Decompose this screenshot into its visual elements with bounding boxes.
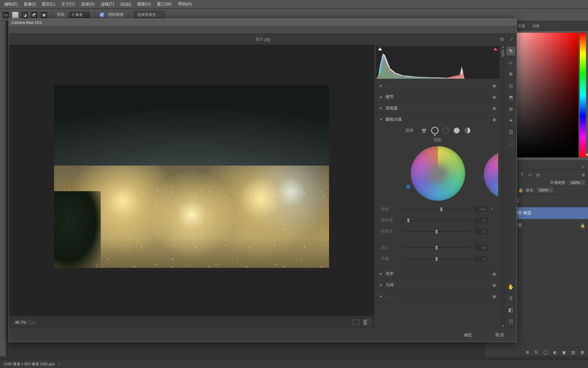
filter-smart-icon[interactable]: ◎: [535, 172, 541, 178]
hand-icon[interactable]: ✋: [506, 282, 515, 291]
menu-help[interactable]: 帮助(H): [175, 0, 195, 9]
menu-text[interactable]: 文字(Y): [59, 0, 78, 9]
group-icon[interactable]: ▣: [561, 350, 567, 355]
feather-input[interactable]: [69, 12, 90, 18]
menu-select[interactable]: 选择(S): [78, 0, 97, 9]
eye-icon[interactable]: ◉: [492, 117, 496, 122]
shadow-clip-icon[interactable]: [378, 47, 382, 50]
status-caret[interactable]: 〉: [58, 362, 62, 367]
slider-track[interactable]: [401, 259, 472, 259]
mask-icon[interactable]: ◯: [543, 350, 549, 355]
slider-track[interactable]: [401, 220, 472, 221]
panel-menu-icon[interactable]: ≡: [580, 164, 586, 169]
hue-slider[interactable]: [580, 33, 586, 157]
mode-highlights-icon[interactable]: [454, 127, 460, 134]
scroll-thumb[interactable]: [502, 49, 504, 57]
mode-three-way-icon[interactable]: [421, 127, 427, 134]
slider-value[interactable]: 0: [474, 256, 487, 262]
slider-value[interactable]: 0: [474, 229, 487, 234]
panel-truncated-bottom[interactable]: ▸……◉: [376, 291, 500, 302]
antialias-checkbox[interactable]: [100, 13, 104, 17]
mask-icon[interactable]: ◓: [506, 93, 515, 102]
zoom-selector[interactable]: 86.7%: [13, 319, 37, 325]
tab-adjust[interactable]: 调整: [529, 22, 542, 30]
snapshot-icon[interactable]: ✦: [506, 116, 515, 125]
panel-color-grading-header[interactable]: ▾ 颜色分级 ◉: [376, 114, 500, 125]
panel-geometry[interactable]: ▸几何◉: [376, 279, 500, 291]
toggle-icon[interactable]: ◧: [506, 306, 515, 315]
selmode-sub-icon[interactable]: ◩: [31, 12, 37, 18]
shadows-color-wheel[interactable]: [411, 146, 465, 201]
slider-thumb[interactable]: [436, 257, 438, 261]
wheel-value-dot[interactable]: [439, 170, 441, 172]
fullscreen-icon[interactable]: ⤢: [509, 37, 513, 42]
panel-truncated-top[interactable]: ▸……◉: [376, 80, 500, 91]
panel-mixer[interactable]: ▸混色器◉: [376, 103, 500, 114]
highlight-clip-icon[interactable]: [493, 47, 497, 50]
adjustment-icon[interactable]: ◐: [552, 350, 558, 355]
filter-shape-icon[interactable]: ▱: [527, 172, 533, 178]
slider-value[interactable]: 204: [474, 206, 487, 212]
more-icon[interactable]: ⋯: [506, 139, 515, 148]
redeye-icon[interactable]: ⊕: [506, 105, 515, 113]
filter-type-icon[interactable]: T: [519, 172, 525, 178]
confirm-button[interactable]: 确定: [459, 330, 477, 340]
slider-track[interactable]: [401, 231, 472, 232]
preset-icon[interactable]: ☰: [506, 128, 515, 137]
slider-thumb[interactable]: [436, 230, 438, 234]
acr-preview-canvas[interactable]: 86.7%: [9, 45, 374, 328]
slider-value[interactable]: 10: [474, 218, 487, 223]
luminance-handle[interactable]: [406, 184, 411, 189]
menu-filter[interactable]: 滤镜(T): [98, 0, 117, 9]
cancel-button[interactable]: 取消: [491, 330, 508, 340]
menu-view[interactable]: 视图(V): [134, 0, 153, 9]
mode-midtones-icon[interactable]: [443, 127, 449, 134]
slider-thumb[interactable]: [436, 246, 438, 250]
panel-optics[interactable]: ▸光学◉: [376, 268, 500, 279]
menu-edit[interactable]: 编辑(E): [1, 0, 20, 9]
acr-filename: 原片.jpg: [255, 36, 270, 42]
chevron-down-icon[interactable]: ▾: [490, 207, 495, 212]
slider-thumb[interactable]: [440, 207, 442, 211]
link-layers-icon[interactable]: ⊕: [524, 350, 530, 355]
view-single-icon[interactable]: [353, 320, 359, 325]
scroll-down-icon[interactable]: ▼: [501, 324, 505, 328]
scroll-up-icon[interactable]: ▲: [501, 45, 505, 49]
menu-layer[interactable]: 图层(L): [39, 0, 58, 9]
selmode-int-icon[interactable]: ▣: [41, 12, 47, 18]
menu-3d[interactable]: 3D(D): [117, 1, 134, 8]
menu-image[interactable]: 图像(I): [21, 0, 38, 9]
slider-thumb[interactable]: [407, 218, 409, 223]
zoom-icon[interactable]: ⚲: [506, 294, 515, 303]
acr-scrollbar[interactable]: ▲ ▼: [501, 45, 505, 328]
filter-toggle-icon[interactable]: ⊘: [580, 172, 586, 178]
options-icon[interactable]: ☷: [506, 317, 515, 326]
crop-icon[interactable]: ▱: [506, 58, 515, 67]
mode-global-icon[interactable]: [464, 127, 471, 134]
view-before-after-icon[interactable]: [363, 320, 370, 325]
trash-icon[interactable]: 🗑: [579, 350, 585, 355]
slider-track[interactable]: [401, 209, 472, 210]
lock-all-icon[interactable]: 🔒: [518, 187, 524, 193]
mode-shadows-icon[interactable]: [432, 127, 438, 134]
marquee-tool-icon[interactable]: ▭: [3, 12, 9, 18]
gear-icon[interactable]: ⚙: [500, 36, 504, 42]
spot-heal-icon[interactable]: ❉: [506, 70, 515, 79]
fill-input[interactable]: 100%: [536, 187, 554, 193]
tab-patterns[interactable]: 图案: [515, 22, 528, 30]
opacity-input[interactable]: 100%: [568, 180, 586, 186]
selmode-add-icon[interactable]: ◪: [22, 12, 28, 18]
select-and-mask-button[interactable]: 选择并遮住 …: [134, 11, 165, 19]
menu-window[interactable]: 窗口(W): [154, 0, 174, 9]
eye-sampler-icon[interactable]: ◎: [506, 81, 515, 90]
selmode-new-icon[interactable]: ◼: [12, 12, 18, 18]
fx-icon[interactable]: fx: [534, 350, 539, 355]
slider-value[interactable]: 50: [474, 245, 487, 250]
edit-icon[interactable]: ✎: [506, 47, 515, 56]
slider-track[interactable]: [401, 247, 472, 248]
acr-titlebar[interactable]: Camera Raw 13.0: [9, 19, 517, 26]
panel-detail[interactable]: ▸细节◉: [376, 91, 500, 103]
histogram[interactable]: [376, 46, 500, 79]
acr-doc-tabs: [9, 26, 517, 34]
new-layer-icon[interactable]: ▤: [570, 350, 576, 355]
